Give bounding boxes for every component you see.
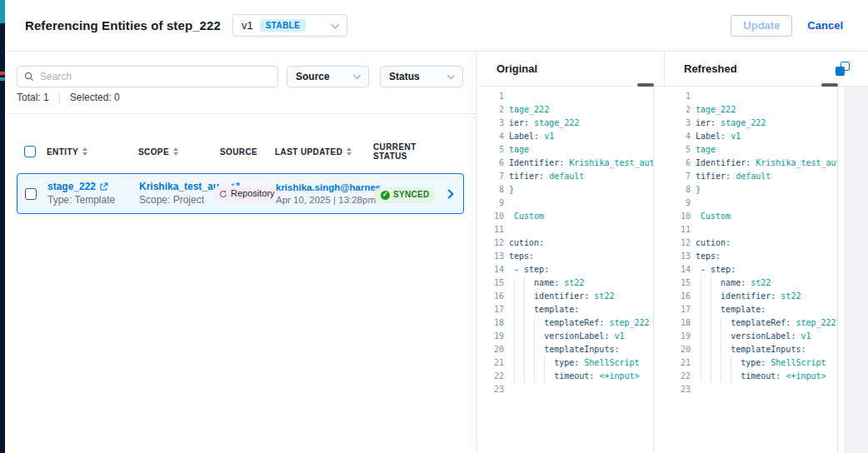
code-line: 2tage_222 <box>477 103 653 117</box>
code-line: 22 timeout: <+input> <box>664 370 837 383</box>
counts-divider <box>59 92 60 103</box>
source-filter-label: Source <box>296 71 330 82</box>
row-checkbox[interactable] <box>25 188 37 200</box>
code-line: 4Label: v1 <box>477 130 653 143</box>
code-line: 9 <box>664 197 837 210</box>
code-line: 2tage_222 <box>664 103 837 117</box>
code-line: 7tifier: default <box>477 170 653 183</box>
column-header-scope: SCOPE <box>133 147 207 157</box>
code-line: 7tifier: default <box>664 170 837 183</box>
code-line: 17 template: <box>477 303 653 316</box>
column-header-entity: ENTITY <box>42 147 133 157</box>
code-line: 17 template: <box>664 303 837 316</box>
column-header-current-status: CURRENT STATUS <box>368 142 438 161</box>
code-line: 8} <box>664 183 837 197</box>
updated-by-link[interactable]: krishika.singh@harnes... <box>276 182 369 193</box>
code-line: 12cution: <box>477 236 653 250</box>
right-gutter <box>844 87 868 453</box>
code-line: 1 <box>664 90 837 103</box>
entity-type: Type: Template <box>47 194 134 207</box>
code-line: 21 type: ShellScript <box>664 356 837 370</box>
code-line: 5tage <box>664 143 837 157</box>
code-line: 9 <box>477 197 653 210</box>
scope-sub: Scope: Project <box>139 194 207 207</box>
stable-badge: STABLE <box>260 19 307 32</box>
code-line: 20 templateInputs: <box>477 343 653 356</box>
modal-container: Referencing Entities of step_222 v1 STAB… <box>5 0 868 453</box>
chevron-down-icon <box>332 20 340 28</box>
code-line: 6Identifier: Krishika_test_aut <box>477 157 653 170</box>
selected-count: Selected: 0 <box>70 92 120 103</box>
code-line: 12cution: <box>664 236 837 250</box>
code-line: 13teps: <box>477 250 653 263</box>
check-circle-icon: ✓ <box>381 191 390 200</box>
column-header-source: SOURCE <box>207 147 270 157</box>
status-label: SYNCED <box>393 190 429 201</box>
source-filter-dropdown[interactable]: Source <box>287 66 369 87</box>
code-line: 18 templateRef: step_222 <box>477 316 653 330</box>
code-line: 15 name: st22 <box>664 276 837 290</box>
column-header-last-updated: LAST UPDATED <box>270 147 368 157</box>
update-button[interactable]: Update <box>731 15 792 37</box>
code-line: 14 - step: <box>664 263 837 276</box>
chevron-down-icon <box>447 72 455 79</box>
original-code-editor[interactable]: 12tage_2223ier: stage_2224Label: v15tage… <box>477 87 654 453</box>
code-line: 11 <box>477 223 653 236</box>
status-badge: ✓ SYNCED <box>374 187 436 203</box>
copy-icon[interactable] <box>836 62 850 76</box>
original-panel-title: Original <box>496 62 537 75</box>
code-line: 14 - step: <box>477 263 653 276</box>
entity-cell: stage_222 Type: Template <box>42 181 134 207</box>
repository-sync-icon <box>219 190 227 198</box>
code-line: 18 templateRef: step_222 <box>664 316 837 330</box>
code-line: 23 <box>664 383 837 396</box>
table-header: ENTITY SCOPE SOURCE LAST UPDATED CURRENT… <box>17 140 464 163</box>
diff-header: Original Refreshed <box>477 52 868 87</box>
code-line: 15 name: st22 <box>477 276 653 290</box>
entity-link[interactable]: stage_222 <box>47 181 96 193</box>
modal-header: Referencing Entities of step_222 v1 STAB… <box>5 0 868 52</box>
status-cell: ✓ SYNCED <box>369 184 439 202</box>
referencing-entities-modal: Referencing Entities of step_222 v1 STAB… <box>0 0 868 453</box>
source-label: Repository <box>231 188 275 200</box>
version-select[interactable]: v1 STABLE <box>232 14 347 37</box>
cancel-button[interactable]: Cancel <box>807 19 843 32</box>
refreshed-code-editor[interactable]: 12tage_2223ier: stage_2224Label: v15tage… <box>664 87 838 453</box>
code-panes: 12tage_2223ier: stage_2224Label: v15tage… <box>477 87 868 453</box>
scope-cell: Krishika_test_au... Scope: Project <box>134 181 207 207</box>
diff-section: Original Refreshed 12tage_2223ier: stage… <box>476 52 868 453</box>
version-label: v1 <box>242 19 253 32</box>
code-line: 3ier: stage_222 <box>477 117 653 130</box>
source-cell: Repository <box>207 186 271 202</box>
code-line: 6Identifier: Krishika_test_aut <box>664 157 837 170</box>
panel-divider <box>664 52 665 87</box>
code-line: 20 templateInputs: <box>664 343 837 356</box>
toolbar-divider <box>5 113 476 114</box>
code-line: 19 versionLabel: v1 <box>664 330 837 343</box>
table-row[interactable]: stage_222 Type: Template Krishi <box>17 173 464 214</box>
code-line: 3ier: stage_222 <box>664 117 837 130</box>
last-updated-cell: krishika.singh@harnes... Apr 10, 2025 | … <box>271 182 369 207</box>
search-box[interactable] <box>17 66 278 87</box>
select-all-checkbox[interactable] <box>24 146 36 157</box>
external-link-icon[interactable] <box>99 182 108 192</box>
code-line: 21 type: ShellScript <box>477 356 653 370</box>
code-line: 10 Custom <box>477 210 653 223</box>
code-line: 8} <box>477 183 653 197</box>
sort-icon[interactable] <box>82 147 87 156</box>
filter-toolbar: Source Status <box>17 66 463 87</box>
sort-icon[interactable] <box>347 147 352 156</box>
code-line: 4Label: v1 <box>664 130 837 143</box>
updated-at: Apr 10, 2025 | 13:28pm <box>276 194 369 206</box>
code-line: 23 <box>477 383 653 396</box>
code-line: 10 Custom <box>664 210 837 223</box>
code-line: 1 <box>477 90 653 103</box>
chevron-down-icon <box>353 72 361 79</box>
row-expand-chevron-icon[interactable] <box>444 189 453 198</box>
counts-bar: Total: 1 Selected: 0 <box>17 92 120 103</box>
refreshed-panel-title: Refreshed <box>684 62 737 75</box>
search-input[interactable] <box>40 71 271 82</box>
page-title: Referencing Entities of step_222 <box>25 18 221 32</box>
sort-icon[interactable] <box>173 147 178 156</box>
status-filter-dropdown[interactable]: Status <box>380 66 463 87</box>
